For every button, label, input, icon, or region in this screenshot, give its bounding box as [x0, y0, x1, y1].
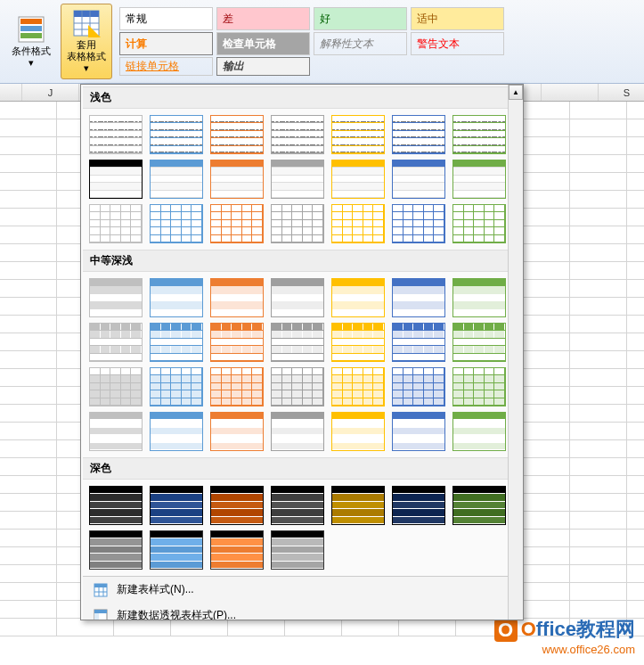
grid-cell[interactable] — [570, 137, 627, 154]
style-warn[interactable]: 警告文本 — [411, 32, 504, 55]
table-style-option[interactable] — [270, 530, 325, 571]
grid-cell[interactable] — [627, 458, 644, 475]
grid-cell[interactable] — [570, 119, 627, 136]
grid-cell[interactable] — [627, 119, 644, 136]
style-explain[interactable]: 解释性文本 — [314, 32, 407, 55]
grid-cell[interactable] — [0, 137, 57, 154]
grid-cell[interactable] — [570, 369, 627, 386]
table-style-option[interactable] — [209, 114, 265, 155]
grid-cell[interactable] — [627, 476, 644, 493]
grid-cell[interactable] — [0, 387, 57, 404]
grid-cell[interactable] — [627, 155, 644, 172]
table-style-option[interactable] — [88, 114, 143, 155]
table-style-option[interactable] — [452, 411, 507, 452]
table-style-option[interactable] — [149, 159, 204, 200]
table-style-option[interactable] — [88, 366, 143, 407]
table-style-option[interactable] — [149, 114, 204, 155]
table-style-option[interactable] — [209, 530, 265, 571]
grid-cell[interactable] — [57, 619, 114, 636]
grid-cell[interactable] — [570, 209, 627, 226]
table-style-option[interactable] — [391, 322, 446, 363]
grid-cell[interactable] — [627, 530, 644, 546]
new-table-style-item[interactable]: 新建表样式(N)... — [83, 577, 521, 603]
table-style-option[interactable] — [391, 277, 446, 318]
table-style-option[interactable] — [88, 203, 143, 244]
style-link[interactable]: 链接单元格 — [119, 57, 213, 76]
table-style-option[interactable] — [209, 485, 265, 526]
grid-cell[interactable] — [627, 333, 644, 350]
grid-cell[interactable] — [627, 440, 644, 457]
grid-cell[interactable] — [570, 547, 627, 564]
grid-cell[interactable] — [0, 601, 57, 618]
style-bad[interactable]: 差 — [216, 7, 310, 30]
table-style-option[interactable] — [88, 485, 143, 526]
grid-cell[interactable] — [570, 262, 627, 279]
grid-cell[interactable] — [0, 155, 57, 172]
table-style-option[interactable] — [391, 485, 446, 526]
table-style-option[interactable] — [452, 277, 507, 318]
table-style-option[interactable] — [452, 366, 507, 407]
style-calc[interactable]: 计算 — [119, 32, 213, 55]
grid-cell[interactable] — [0, 547, 57, 564]
grid-cell[interactable] — [627, 565, 644, 582]
conditional-format-button[interactable]: 条件格式 ▾ — [5, 4, 57, 79]
grid-cell[interactable] — [570, 244, 627, 261]
grid-cell[interactable] — [0, 298, 57, 315]
table-style-option[interactable] — [270, 277, 325, 318]
col-header-s[interactable]: S — [599, 84, 644, 101]
scroll-up-arrow[interactable]: ▲ — [509, 85, 523, 100]
grid-cell[interactable] — [570, 173, 627, 190]
table-style-option[interactable] — [270, 114, 325, 155]
table-style-option[interactable] — [149, 530, 204, 571]
table-style-option[interactable] — [270, 411, 325, 452]
grid-cell[interactable] — [627, 280, 644, 297]
grid-cell[interactable] — [0, 458, 57, 475]
grid-cell[interactable] — [627, 387, 644, 404]
grid-cell[interactable] — [399, 619, 456, 636]
table-style-option[interactable] — [149, 277, 204, 318]
grid-cell[interactable] — [570, 494, 627, 511]
table-style-option[interactable] — [330, 277, 386, 318]
table-style-option[interactable] — [391, 366, 446, 407]
grid-cell[interactable] — [285, 619, 342, 636]
table-style-option[interactable] — [88, 411, 143, 452]
grid-cell[interactable] — [0, 226, 57, 243]
grid-cell[interactable] — [627, 512, 644, 529]
gallery-scroll-area[interactable]: 浅色 中等深浅 深色 新建表样式(N)... 新建数据透视表样式(P)... — [81, 85, 523, 620]
style-neutral[interactable]: 适中 — [411, 7, 504, 30]
table-style-option[interactable] — [391, 159, 446, 200]
grid-cell[interactable] — [0, 209, 57, 226]
grid-cell[interactable] — [570, 458, 627, 475]
table-style-option[interactable] — [391, 114, 446, 155]
table-style-option[interactable] — [149, 366, 204, 407]
col-header[interactable] — [542, 84, 599, 101]
table-style-option[interactable] — [270, 159, 325, 200]
grid-cell[interactable] — [570, 155, 627, 172]
grid-cell[interactable] — [570, 102, 627, 119]
grid-cell[interactable] — [627, 423, 644, 439]
table-style-option[interactable] — [452, 485, 507, 526]
grid-cell[interactable] — [228, 619, 285, 636]
grid-cell[interactable] — [0, 119, 57, 136]
table-style-option[interactable] — [88, 159, 143, 200]
table-style-option[interactable] — [88, 530, 143, 571]
table-format-button[interactable]: 套用 表格格式 ▾ — [61, 4, 112, 79]
style-good[interactable]: 好 — [314, 7, 407, 30]
table-style-option[interactable] — [209, 322, 265, 363]
grid-cell[interactable] — [627, 137, 644, 154]
grid-cell[interactable] — [570, 226, 627, 243]
style-normal[interactable]: 常规 — [119, 7, 213, 30]
grid-cell[interactable] — [570, 191, 627, 208]
grid-cell[interactable] — [0, 333, 57, 350]
table-style-option[interactable] — [270, 322, 325, 363]
table-style-option[interactable] — [330, 411, 386, 452]
table-style-option[interactable] — [88, 277, 143, 318]
grid-cell[interactable] — [627, 209, 644, 226]
table-style-option[interactable] — [149, 411, 204, 452]
grid-cell[interactable] — [0, 351, 57, 368]
grid-cell[interactable] — [570, 298, 627, 315]
table-style-option[interactable] — [330, 366, 386, 407]
grid-cell[interactable] — [0, 476, 57, 493]
table-style-option[interactable] — [88, 322, 143, 363]
grid-cell[interactable] — [0, 405, 57, 422]
